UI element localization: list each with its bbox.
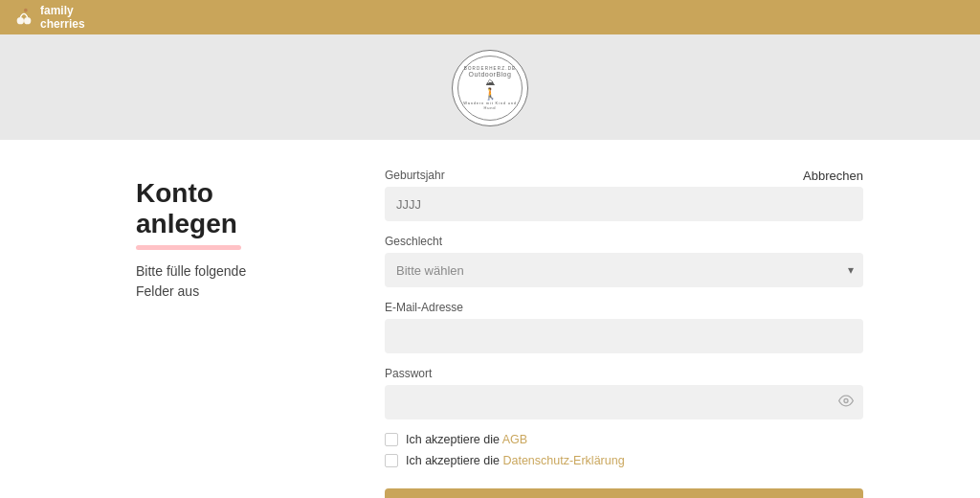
stamp-logo: BORDERHERZ.DE OutdoorBlog ⛰ 🚶 Wandern mi… — [452, 50, 528, 126]
top-navigation-bar: family cherries — [0, 0, 980, 34]
password-label: Passwort — [385, 367, 863, 380]
agb-checkbox-group: Ich akzeptiere die AGB — [385, 433, 863, 446]
subtitle-text: Bitte fülle folgende Felder aus — [136, 261, 308, 302]
password-wrapper — [385, 385, 863, 419]
logo-text: family cherries — [40, 4, 85, 32]
email-group: E-Mail-Adresse — [385, 301, 863, 353]
svg-point-1 — [24, 17, 31, 24]
privacy-link[interactable]: Datenschutz-Erklärung — [502, 454, 624, 467]
agb-checkbox-label: Ich akzeptiere die AGB — [406, 433, 527, 446]
privacy-checkbox-label: Ich akzeptiere die Datenschutz-Erklärung — [406, 454, 625, 467]
privacy-checkbox[interactable] — [385, 454, 398, 467]
agb-checkbox[interactable] — [385, 433, 398, 446]
password-group: Passwort — [385, 367, 863, 419]
privacy-checkbox-group: Ich akzeptiere die Datenschutz-Erklärung — [385, 454, 863, 467]
submit-button[interactable]: Konto anlegen — [385, 488, 863, 498]
page-title: Konto anlegen — [136, 178, 308, 239]
gender-label: Geschlecht — [385, 235, 863, 248]
birth-year-group: Geburtsjahr — [385, 169, 863, 221]
svg-point-2 — [24, 9, 28, 12]
gender-select[interactable]: Bitte wählen Männlich Weiblich Divers — [385, 253, 863, 287]
svg-point-3 — [844, 399, 848, 403]
email-input[interactable] — [385, 319, 863, 353]
birth-year-label: Geburtsjahr — [385, 169, 863, 182]
birth-year-input[interactable] — [385, 187, 863, 221]
email-label: E-Mail-Adresse — [385, 301, 863, 314]
svg-point-0 — [17, 17, 24, 24]
header-band: BORDERHERZ.DE OutdoorBlog ⛰ 🚶 Wandern mi… — [0, 34, 980, 140]
title-underline-decoration — [136, 245, 241, 250]
agb-link[interactable]: AGB — [502, 433, 527, 446]
gender-select-wrapper: Bitte wählen Männlich Weiblich Divers ▾ — [385, 253, 863, 287]
logo-area: family cherries — [13, 4, 85, 32]
password-eye-icon[interactable] — [838, 394, 854, 412]
stamp-bottom-text: Wandern mit Kind und Hund — [458, 101, 522, 110]
cancel-link[interactable]: Abbrechen — [803, 169, 863, 183]
cherry-icon — [13, 7, 34, 28]
right-panel: Abbrechen Geburtsjahr Geschlecht Bitte w… — [346, 169, 921, 498]
stamp-figure-icon: 🚶 — [483, 87, 498, 101]
left-panel: Konto anlegen Bitte fülle folgende Felde… — [59, 169, 346, 498]
main-content: Konto anlegen Bitte fülle folgende Felde… — [59, 140, 921, 498]
gender-group: Geschlecht Bitte wählen Männlich Weiblic… — [385, 235, 863, 287]
stamp-inner: BORDERHERZ.DE OutdoorBlog ⛰ 🚶 Wandern mi… — [457, 56, 523, 121]
password-input[interactable] — [385, 385, 863, 419]
stamp-mountain-icon: ⛰ — [485, 78, 495, 87]
